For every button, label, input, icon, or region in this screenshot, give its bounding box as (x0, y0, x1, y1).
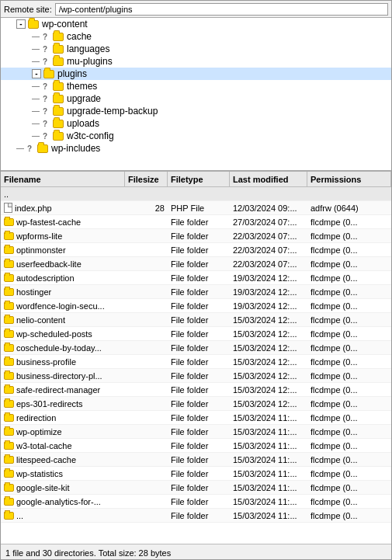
tree-item-plugins[interactable]: -plugins (1, 68, 391, 80)
file-name-cell: hostinger (1, 285, 125, 298)
expand-icon[interactable]: - (32, 69, 41, 78)
folder-icon (52, 81, 64, 92)
tree-item-wp-includes[interactable]: ?wp-includes (1, 142, 391, 155)
connector-line (16, 148, 24, 149)
file-row[interactable]: wordfence-login-secu...File folder19/03/… (1, 299, 391, 313)
file-header-filename[interactable]: Filename (1, 172, 125, 186)
tree-item-upgrade-temp-backup[interactable]: ?upgrade-temp-backup (1, 105, 391, 117)
file-row[interactable]: hostingerFile folder19/03/2024 12:...flc… (1, 285, 391, 299)
file-row[interactable]: userfeedback-liteFile folder22/03/2024 0… (1, 257, 391, 271)
file-perms-cell: flcdmpe (0... (307, 425, 391, 438)
file-size-cell (125, 341, 168, 354)
status-bar: 1 file and 30 directories. Total size: 2… (1, 544, 391, 560)
file-row[interactable]: index.php28PHP File12/03/2024 09:...adfr… (1, 201, 391, 215)
file-name-label: autodescription (16, 273, 75, 283)
file-perms-cell: flcdmpe (0... (307, 495, 391, 508)
file-row[interactable]: w3-total-cacheFile folder15/03/2024 11:.… (1, 439, 391, 453)
file-size-cell (125, 327, 168, 340)
file-row[interactable]: wp-statisticsFile folder15/03/2024 11:..… (1, 467, 391, 481)
file-name-cell: safe-redirect-manager (1, 383, 125, 396)
file-row[interactable]: coschedule-by-today...File folder15/03/2… (1, 341, 391, 355)
question-icon: ? (40, 132, 50, 141)
file-panel: FilenameFilesizeFiletypeLast modifiedPer… (1, 172, 391, 544)
file-name-label: safe-redirect-manager (16, 385, 100, 395)
file-header-last-modified[interactable]: Last modified (230, 172, 307, 186)
file-name-cell: optinmonster (1, 243, 125, 256)
folder-small-icon (4, 484, 14, 492)
file-row[interactable]: .. (1, 187, 391, 201)
tree-item-w3tc-config[interactable]: ?w3tc-config (1, 130, 391, 142)
file-type-cell: File folder (168, 257, 230, 270)
file-modified-cell: 22/03/2024 07:... (230, 257, 307, 270)
file-row[interactable]: business-directory-pl...File folder15/03… (1, 369, 391, 383)
folder-small-icon (4, 358, 14, 366)
file-row[interactable]: wpforms-liteFile folder22/03/2024 07:...… (1, 229, 391, 243)
expand-icon[interactable]: - (16, 19, 26, 29)
file-size-cell (125, 229, 168, 242)
file-header-filesize[interactable]: Filesize (125, 172, 168, 186)
remote-site-path-input[interactable] (55, 3, 388, 16)
file-perms-cell: adfrw (0644) (307, 201, 391, 214)
question-icon: ? (40, 107, 50, 116)
file-perms-cell: flcdmpe (0... (307, 257, 391, 270)
folder-small-icon (4, 246, 14, 254)
tree-item-upgrade[interactable]: ?upgrade (1, 92, 391, 105)
file-modified-cell: 15/03/2024 12:... (230, 327, 307, 340)
file-size-cell (125, 481, 168, 494)
file-type-cell: File folder (168, 215, 230, 228)
file-size-cell (125, 299, 168, 312)
file-perms-cell: flcdmpe (0... (307, 411, 391, 424)
file-modified-cell: 19/03/2024 12:... (230, 299, 307, 312)
file-perms-cell: flcdmpe (0... (307, 327, 391, 340)
file-size-cell: 28 (125, 201, 168, 214)
folder-small-icon (4, 260, 14, 268)
tree-item-languages[interactable]: ?languages (1, 43, 391, 55)
file-name-cell: wordfence-login-secu... (1, 299, 125, 312)
file-modified-cell: 15/03/2024 12:... (230, 397, 307, 410)
file-header-filetype[interactable]: Filetype (168, 172, 230, 186)
file-row[interactable]: nelio-contentFile folder15/03/2024 12:..… (1, 313, 391, 327)
tree-panel: -wp-content?cache?languages?mu-plugins-p… (1, 18, 391, 172)
file-name-label: business-profile (16, 357, 76, 367)
file-modified-cell: 19/03/2024 12:... (230, 271, 307, 284)
file-row[interactable]: business-profileFile folder15/03/2024 12… (1, 355, 391, 369)
tree-item-cache[interactable]: ?cache (1, 30, 391, 43)
tree-item-wp-content[interactable]: -wp-content (1, 18, 391, 30)
file-type-cell: File folder (168, 285, 230, 298)
file-row[interactable]: litespeed-cacheFile folder15/03/2024 11:… (1, 453, 391, 467)
file-perms-cell: flcdmpe (0... (307, 299, 391, 312)
file-name-label: optinmonster (16, 245, 66, 255)
file-header-permissions[interactable]: Permissions (307, 172, 391, 186)
file-doc-icon (4, 203, 12, 213)
file-list[interactable]: ..index.php28PHP File12/03/2024 09:...ad… (1, 187, 391, 544)
file-row[interactable]: wp-scheduled-postsFile folder15/03/2024 … (1, 327, 391, 341)
file-row[interactable]: eps-301-redirectsFile folder15/03/2024 1… (1, 397, 391, 411)
file-row[interactable]: redirectionFile folder15/03/2024 11:...f… (1, 411, 391, 425)
file-modified-cell: 22/03/2024 07:... (230, 229, 307, 242)
tree-label: plugins (57, 68, 87, 79)
file-row[interactable]: wp-fastest-cacheFile folder27/03/2024 07… (1, 215, 391, 229)
tree-item-uploads[interactable]: ?uploads (1, 117, 391, 130)
file-row[interactable]: google-site-kitFile folder15/03/2024 11:… (1, 481, 391, 495)
question-icon: ? (40, 33, 50, 41)
folder-icon (52, 130, 64, 141)
file-perms-cell: flcdmpe (0... (307, 285, 391, 298)
tree-label: languages (67, 43, 109, 54)
tree-item-mu-plugins[interactable]: ?mu-plugins (1, 55, 391, 68)
folder-small-icon (4, 442, 14, 450)
file-row[interactable]: google-analytics-for-...File folder15/03… (1, 495, 391, 509)
file-type-cell: File folder (168, 313, 230, 326)
file-row[interactable]: ...File folder15/03/2024 11:...flcdmpe (… (1, 509, 391, 523)
file-row[interactable]: optinmonsterFile folder22/03/2024 07:...… (1, 243, 391, 257)
file-name-cell: autodescription (1, 271, 125, 284)
file-row[interactable]: safe-redirect-managerFile folder15/03/20… (1, 383, 391, 397)
folder-small-icon (4, 330, 14, 338)
file-row[interactable]: autodescriptionFile folder19/03/2024 12:… (1, 271, 391, 285)
file-perms-cell: flcdmpe (0... (307, 481, 391, 494)
file-type-cell: File folder (168, 411, 230, 424)
file-row[interactable]: wp-optimizeFile folder15/03/2024 11:...f… (1, 425, 391, 439)
file-type-cell: File folder (168, 495, 230, 508)
tree-item-themes[interactable]: ?themes (1, 80, 391, 92)
file-size-cell (125, 243, 168, 256)
folder-small-icon (4, 456, 14, 464)
